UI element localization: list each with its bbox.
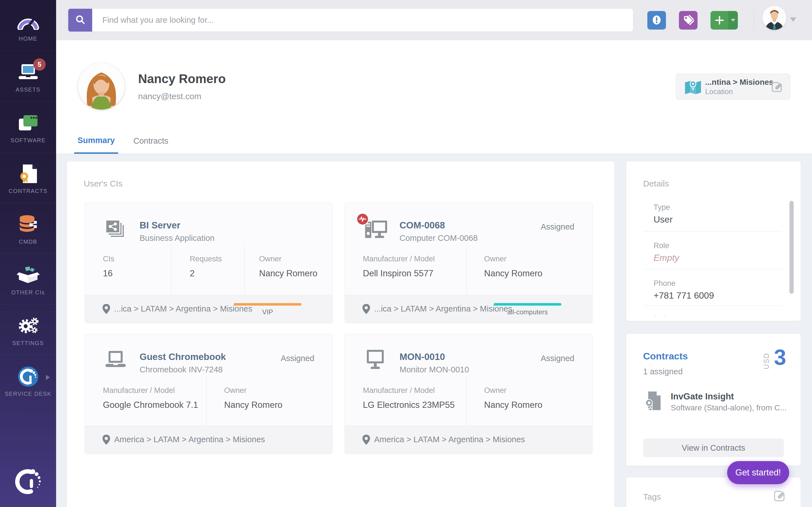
tags-title: Tags — [643, 492, 661, 502]
ci-title[interactable]: COM-0068 — [400, 220, 445, 231]
ci-tag-vip[interactable]: VIP — [231, 303, 304, 316]
sidebar-item-home[interactable]: HOME — [0, 0, 56, 51]
sidebar-item-software[interactable]: SOFTWARE — [0, 101, 56, 152]
ci-card-guest-chromebook[interactable]: Guest Chromebook Chromebook INV-7248 Ass… — [85, 334, 333, 454]
ci-card-mon-0010[interactable]: MON-0010 Monitor MON-0010 Assigned Manuf… — [345, 334, 593, 454]
field-value: User — [654, 214, 673, 225]
business-application-icon — [102, 216, 129, 242]
contract-description: Software (Stand-alone), from C... — [671, 403, 786, 412]
details-title: Details — [643, 179, 669, 188]
ci-title[interactable]: MON-0010 — [400, 351, 445, 362]
search-icon — [75, 14, 86, 26]
current-user-avatar[interactable] — [762, 6, 786, 30]
alerts-button[interactable] — [647, 11, 666, 30]
ci-card-footer: America > LATAM > Argentina > Misiones — [85, 426, 333, 454]
field-label: Role — [654, 241, 669, 250]
field-label: Phone — [654, 279, 675, 288]
tags-icon — [682, 14, 694, 27]
edit-tags-icon[interactable] — [773, 489, 786, 503]
details-overflow-hint: · · — [654, 311, 669, 320]
plus-icon — [711, 11, 728, 30]
tags-button[interactable] — [679, 11, 698, 30]
tab-contracts[interactable]: Contracts — [126, 128, 175, 154]
view-in-contracts-button[interactable]: View in Contracts — [643, 439, 784, 457]
details-scrollbar[interactable] — [790, 201, 794, 294]
field-value: +781 771 6009 — [654, 290, 714, 301]
ci-subtitle: Monitor MON-0010 — [400, 365, 469, 374]
location-pin-icon — [102, 435, 110, 446]
edit-location-icon[interactable] — [771, 80, 783, 94]
stat-label: Requests — [190, 255, 222, 263]
stat-label: Owner — [224, 386, 283, 395]
stat-value: Nancy Romero — [484, 400, 543, 410]
ci-subtitle: Business Application — [140, 233, 214, 243]
software-windows-icon — [0, 111, 56, 135]
ci-card-footer: ...ica > LATAM > Argentina > Misiones al… — [345, 295, 592, 323]
sidebar-item-label: SERVICE DESK — [0, 391, 56, 397]
profile-header: Nancy Romero nancy@test.com ...ntina > M… — [56, 40, 812, 128]
stat-label: Owner — [259, 255, 317, 263]
contract-name: InvGate Insight — [671, 392, 734, 402]
ci-card-com-0068[interactable]: COM-0068 Computer COM-0068 Assigned Manu… — [345, 202, 593, 323]
stat-value: LG Electronics 23MP55 — [363, 400, 455, 410]
sidebar-item-service-desk[interactable]: SERVICE DESK — [0, 355, 56, 406]
location-chip[interactable]: ...ntina > Misiones Location — [676, 73, 790, 100]
topbar — [56, 0, 812, 40]
ci-card-footer: America > LATAM > Argentina > Misiones — [345, 426, 592, 454]
laptop-icon — [0, 61, 56, 84]
monitor-icon — [362, 348, 389, 374]
sidebar-item-settings[interactable]: SETTINGS — [0, 304, 56, 355]
stat-value: 16 — [103, 269, 114, 279]
sidebar-item-label: ASSETS — [0, 87, 56, 93]
ci-location: America > LATAM > Argentina > Misiones — [114, 435, 265, 444]
ci-title[interactable]: BI Server — [140, 220, 181, 231]
tag-label: all-computers — [491, 308, 564, 316]
ci-tag-all-computers[interactable]: all-computers — [491, 303, 564, 316]
health-pulse-badge — [356, 213, 369, 227]
contracts-title[interactable]: Contracts — [643, 351, 688, 362]
sidebar-item-label: SETTINGS — [0, 340, 56, 346]
sidebar-item-label: SOFTWARE — [0, 137, 56, 144]
sidebar-item-label: OTHER CIs — [0, 289, 56, 296]
stat-value: Google Chromebook 7.1 — [103, 400, 198, 410]
stat-label: Manufacturer / Model — [363, 386, 455, 395]
ci-location: America > LATAM > Argentina > Misiones — [374, 435, 525, 444]
sidebar-item-assets[interactable]: 5 ASSETS — [0, 51, 56, 101]
ci-card-bi-server[interactable]: BI Server Business Application CIs 16 Re… — [85, 202, 333, 323]
stat-label: Manufacturer / Model — [363, 255, 435, 263]
tag-color-bar — [494, 303, 561, 305]
database-icon — [0, 213, 56, 236]
service-desk-expand-arrow[interactable] — [46, 375, 50, 380]
ci-title[interactable]: Guest Chromebook — [140, 351, 226, 362]
sidebar-item-contracts[interactable]: CONTRACTS — [0, 152, 56, 203]
sidebar-item-other-cis[interactable]: OTHER CIs — [0, 253, 56, 304]
ci-status: Assigned — [281, 354, 314, 363]
ci-card-footer: ...ica > LATAM > Argentina > Misiones VI… — [85, 295, 333, 323]
search-input[interactable] — [92, 9, 633, 32]
stat-label: Owner — [484, 255, 543, 263]
get-started-button[interactable]: Get started! — [727, 461, 789, 484]
gauge-icon — [0, 10, 56, 33]
user-name: Nancy Romero — [138, 72, 226, 86]
stat-value: 2 — [190, 269, 222, 279]
details-panel: Details Type User Role Empty Phone +781 … — [626, 161, 801, 321]
tab-summary[interactable]: Summary — [74, 128, 118, 154]
sidebar-item-cmdb[interactable]: CMDB — [0, 203, 56, 253]
location-pin-icon — [362, 304, 370, 315]
add-button[interactable] — [711, 11, 738, 30]
add-dropdown-caret[interactable] — [728, 11, 738, 30]
stat-label: Manufacturer / Model — [103, 386, 198, 395]
invgate-logo — [0, 468, 56, 495]
search-button[interactable] — [68, 9, 92, 32]
stat-label: CIs — [103, 255, 114, 263]
contract-document-icon — [644, 391, 662, 412]
contracts-currency: USD — [762, 348, 770, 374]
users-cis-title: User's CIs — [84, 179, 122, 188]
contract-list-item[interactable]: InvGate Insight Software (Stand-alone), … — [626, 389, 801, 420]
stat-value: Dell Inspiron 5577 — [363, 269, 435, 279]
field-label: Type — [654, 203, 670, 212]
sidebar-item-label: CONTRACTS — [0, 188, 56, 194]
user-menu-caret[interactable] — [790, 17, 796, 22]
tag-label: VIP — [231, 308, 304, 316]
sidebar-item-label: CMDB — [0, 238, 56, 245]
